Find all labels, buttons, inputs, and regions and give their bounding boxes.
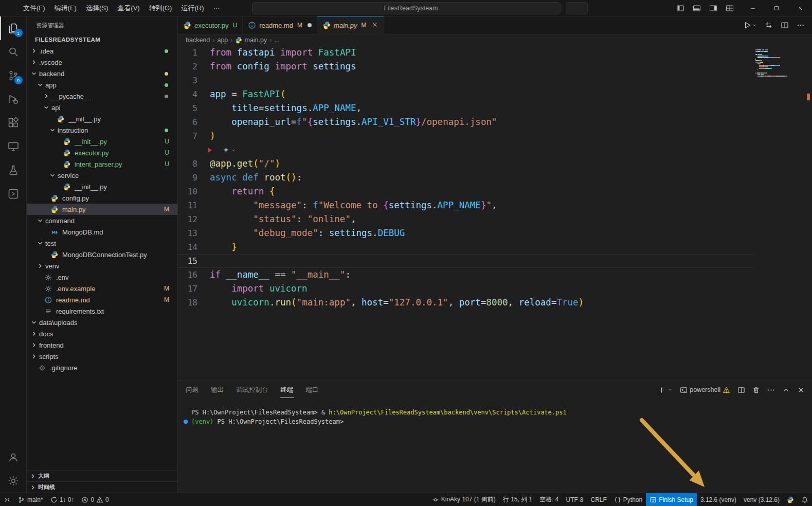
- tree-item-requirements.txt[interactable]: requirements.txt: [27, 305, 177, 317]
- status-remote-indicator[interactable]: [0, 493, 14, 506]
- breadcrumb-item[interactable]: backend: [186, 37, 210, 44]
- panel-tab-problems[interactable]: 问题: [185, 382, 199, 398]
- code-line-9[interactable]: 9async def root():: [178, 171, 754, 185]
- status-notifications-bell[interactable]: [798, 493, 812, 506]
- menu-goto[interactable]: 转到(G): [145, 0, 177, 16]
- toggle-primary-sidebar-button[interactable]: [676, 4, 684, 13]
- tab-main.py[interactable]: main.pyM: [317, 16, 385, 34]
- activitybar-remote-explorer[interactable]: [0, 135, 27, 158]
- code-line-10[interactable]: 10 return {: [178, 185, 754, 198]
- menu-view[interactable]: 查看(V): [113, 0, 144, 16]
- tree-item-frontend[interactable]: frontend: [27, 339, 177, 351]
- tree-item-.vscode[interactable]: .vscode: [27, 57, 177, 68]
- status-problems[interactable]: 00: [78, 493, 112, 506]
- tree-item-test[interactable]: test: [27, 238, 177, 249]
- tree-item-config.py[interactable]: config.py: [27, 192, 177, 204]
- status-python-status[interactable]: [783, 493, 798, 506]
- breadcrumb-item[interactable]: app: [217, 37, 228, 44]
- back-button[interactable]: [238, 4, 246, 12]
- maximize-panel-button[interactable]: [782, 386, 790, 394]
- tree-item-executor.py[interactable]: executor.pyU: [27, 147, 177, 158]
- toggle-panel-button[interactable]: [693, 4, 701, 13]
- tab-executor.py[interactable]: executor.pyU: [178, 16, 243, 34]
- tree-item-data\uploads[interactable]: data\uploads: [27, 317, 177, 328]
- panel-tab-output[interactable]: 输出: [210, 382, 224, 398]
- status-encoding[interactable]: UTF-8: [563, 493, 587, 506]
- tree-item-.env.example[interactable]: .env.exampleM: [27, 283, 177, 294]
- tree-item-__init__.py[interactable]: __init__.pyU: [27, 136, 177, 147]
- code-line-15[interactable]: 15: [178, 254, 754, 268]
- tree-item-app[interactable]: app: [27, 79, 177, 91]
- activitybar-testing[interactable]: [0, 158, 27, 182]
- code-line-3[interactable]: 3: [178, 74, 754, 87]
- tree-item-__init__.py[interactable]: __init__.py: [27, 113, 177, 124]
- activitybar-explorer[interactable]: 1: [0, 16, 27, 40]
- code-line-1[interactable]: 1from fastapi import FastAPI: [178, 46, 754, 60]
- status-eol[interactable]: CRLF: [587, 493, 610, 506]
- activitybar-run-debug[interactable]: [0, 87, 27, 111]
- minimize-button[interactable]: [741, 0, 765, 16]
- activitybar-source-control[interactable]: 9: [0, 64, 27, 87]
- code-line-4[interactable]: 4app = FastAPI(: [178, 87, 754, 101]
- code-line-7[interactable]: 7): [178, 129, 754, 143]
- customize-layout-button[interactable]: [726, 4, 734, 13]
- explorer-more-actions-icon[interactable]: [162, 21, 170, 29]
- menu-run[interactable]: 运行(R): [176, 0, 208, 16]
- status-language-mode[interactable]: Python: [610, 493, 646, 506]
- menu-file[interactable]: 文件(F): [19, 0, 50, 16]
- menu-edit[interactable]: 编辑(E): [50, 0, 81, 16]
- status-indentation[interactable]: 空格: 4: [536, 493, 562, 506]
- activitybar-extensions[interactable]: [0, 111, 27, 135]
- maximize-button[interactable]: [765, 0, 788, 16]
- titlebar-extra-button[interactable]: [566, 2, 588, 14]
- panel-more-actions-button[interactable]: [767, 386, 775, 394]
- tree-item-service[interactable]: service: [27, 170, 177, 181]
- tree-item-.env[interactable]: .env: [27, 272, 177, 283]
- tree-item-backend[interactable]: backend: [27, 68, 177, 79]
- panel-tab-terminal[interactable]: 终端: [280, 382, 294, 398]
- code-line-18[interactable]: 18 uvicorn.run("main:app", host="127.0.0…: [178, 296, 754, 310]
- tree-root-folder[interactable]: FILESREADSYSTEAM: [27, 34, 177, 45]
- code-line-13[interactable]: 13 "debug_mode": settings.DEBUG: [178, 226, 754, 240]
- sidebar-section-timeline[interactable]: 时间线: [27, 481, 177, 493]
- tree-item-main.py[interactable]: main.pyM: [27, 204, 177, 215]
- toggle-secondary-sidebar-button[interactable]: [709, 4, 717, 13]
- activitybar-search[interactable]: [0, 40, 27, 64]
- tree-item-MongoDB.md[interactable]: MongoDB.md: [27, 226, 177, 238]
- code-line-5[interactable]: 5 title=settings.APP_NAME,: [178, 101, 754, 115]
- menu-selection[interactable]: 选择(S): [81, 0, 113, 16]
- code-line-8[interactable]: 8@app.get("/"): [178, 157, 754, 171]
- command-decoration-icon[interactable]: [184, 420, 188, 424]
- tree-item-__pycache__[interactable]: __pycache__: [27, 91, 177, 102]
- run-python-file-button[interactable]: [743, 21, 757, 29]
- search-box[interactable]: FilesReadSysteam: [252, 2, 561, 14]
- code-line-17[interactable]: 17 import uvicorn: [178, 282, 754, 296]
- panel-tab-ports[interactable]: 端口: [305, 382, 319, 398]
- status-python-interpreter[interactable]: 3.12.6 (venv): [697, 493, 740, 506]
- close-button[interactable]: [788, 0, 812, 16]
- tree-item-MongoDBConnectionTest.py[interactable]: MongoDBConnectionTest.py: [27, 249, 177, 260]
- tree-item-__init__.py[interactable]: __init__.py: [27, 181, 177, 192]
- code-line-12[interactable]: 12 "status": "online",: [178, 212, 754, 226]
- tree-item-readme.md[interactable]: readme.mdM: [27, 294, 177, 305]
- tree-item-intent_parser.py[interactable]: intent_parser.pyU: [27, 158, 177, 170]
- open-changes-button[interactable]: [765, 21, 773, 29]
- code-line-14[interactable]: 14 }: [178, 240, 754, 254]
- code-editor[interactable]: 1from fastapi import FastAPI2from config…: [178, 46, 754, 310]
- terminal-profile-item[interactable]: powershell: [680, 386, 730, 394]
- code-line-11[interactable]: 11 "message": f"Welcome to {settings.APP…: [178, 198, 754, 212]
- breadcrumb-item[interactable]: main.py: [235, 37, 267, 44]
- split-editor-button[interactable]: [781, 21, 789, 29]
- activitybar-accounts[interactable]: [0, 445, 27, 469]
- tree-item-scripts[interactable]: scripts: [27, 351, 177, 362]
- activitybar-ai-extension[interactable]: [0, 182, 27, 206]
- sidebar-section-outline[interactable]: 大纲: [27, 470, 177, 481]
- status-git-sync[interactable]: 1↓ 0↑: [47, 493, 78, 506]
- editor-more-actions-button[interactable]: [797, 21, 805, 29]
- code-line-6[interactable]: 6 openapi_url=f"{settings.API_V1_STR}/op…: [178, 115, 754, 129]
- inline-suggestion-widget[interactable]: [178, 143, 754, 157]
- breadcrumb-item[interactable]: ...: [274, 37, 279, 44]
- tree-item-venv[interactable]: venv: [27, 260, 177, 272]
- status-python-environment[interactable]: venv (3.12.6): [740, 493, 783, 506]
- status-cursor-position[interactable]: 行 15, 列 1: [499, 493, 536, 506]
